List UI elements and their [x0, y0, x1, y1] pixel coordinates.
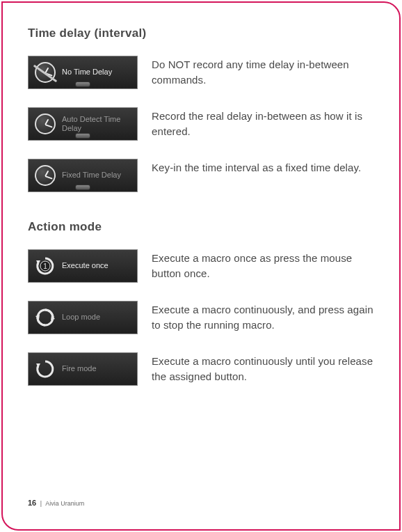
option-description: Execute a macro continuously, and press …	[152, 301, 374, 333]
row-execute-once: 1 Execute once Execute a macro once as p…	[28, 249, 374, 283]
svg-text:1: 1	[43, 263, 47, 270]
page-number: 16	[28, 499, 36, 507]
option-loop-mode[interactable]: Loop mode	[28, 301, 138, 334]
option-description: Record the real delay in-between as how …	[152, 107, 374, 139]
row-fire-mode: Fire mode Execute a macro continuously u…	[28, 352, 374, 386]
option-fire-mode[interactable]: Fire mode	[28, 352, 138, 386]
product-name: Aivia Uranium	[45, 500, 84, 507]
clock-icon	[33, 60, 58, 85]
option-description: Execute a macro once as press the mouse …	[152, 249, 374, 281]
option-auto-detect-time-delay[interactable]: Auto Detect Time Delay	[28, 107, 138, 141]
row-no-time-delay: No Time Delay Do NOT record any time del…	[28, 56, 374, 89]
cycle-once-icon: 1	[33, 253, 58, 279]
option-label: Auto Detect Time Delay	[62, 115, 133, 133]
page-footer: 16 | Aivia Uranium	[28, 499, 84, 507]
option-fixed-time-delay[interactable]: Fixed Time Delay	[28, 159, 138, 192]
toggle-chip-icon	[75, 133, 90, 139]
row-fixed-time: Fixed Time Delay Key-in the time interva…	[28, 159, 374, 192]
heading-action-mode: Action mode	[28, 220, 374, 234]
option-execute-once[interactable]: 1 Execute once	[28, 249, 138, 283]
option-no-time-delay[interactable]: No Time Delay	[28, 56, 138, 89]
option-label: No Time Delay	[62, 68, 112, 77]
heading-time-delay: Time delay (interval)	[28, 26, 374, 40]
option-label: Loop mode	[62, 313, 100, 322]
option-label: Execute once	[62, 261, 108, 270]
toggle-chip-icon	[75, 185, 90, 190]
clock-icon	[33, 163, 58, 188]
toggle-chip-icon	[75, 81, 90, 87]
option-description: Execute a macro continuously until you r…	[152, 352, 374, 384]
row-auto-detect: Auto Detect Time Delay Record the real d…	[28, 107, 374, 141]
section-time-delay: Time delay (interval) No Time Delay Do N…	[28, 26, 374, 192]
option-label: Fire mode	[62, 364, 97, 373]
option-description: Do NOT record any time delay in-between …	[152, 56, 374, 88]
cycle-fire-icon	[33, 357, 58, 382]
cycle-loop-icon	[33, 305, 58, 330]
clock-icon	[33, 111, 58, 136]
section-action-mode: Action mode 1 Execute once Execute a mac…	[28, 220, 374, 386]
footer-separator: |	[40, 500, 42, 507]
option-description: Key-in the time interval as a fixed time…	[152, 159, 374, 175]
option-label: Fixed Time Delay	[62, 171, 121, 180]
row-loop-mode: Loop mode Execute a macro continuously, …	[28, 301, 374, 334]
